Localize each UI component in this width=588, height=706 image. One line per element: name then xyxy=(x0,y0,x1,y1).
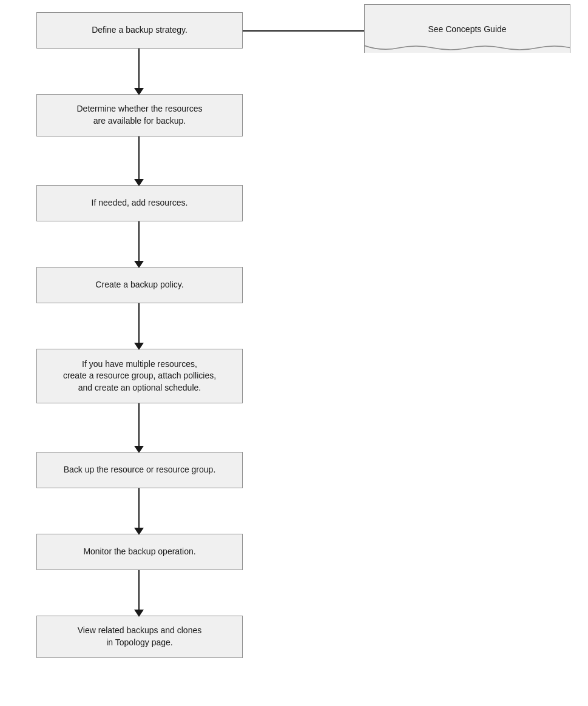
arrow-head-4 xyxy=(134,343,144,350)
arrow-head-1 xyxy=(134,88,144,95)
flow-box-1: Define a backup strategy. xyxy=(36,12,243,49)
arrow-line-7 xyxy=(138,570,140,610)
flow-box-7: Monitor the backup operation. xyxy=(36,534,243,570)
flow-box-3-label: If needed, add resources. xyxy=(92,197,188,209)
flow-box-2-label: Determine whether the resourcesare avail… xyxy=(77,103,203,127)
arrow-down-6 xyxy=(138,488,140,535)
arrow-down-4 xyxy=(138,303,140,350)
flow-box-6-label: Back up the resource or resource group. xyxy=(64,464,216,476)
arrow-line-3 xyxy=(138,221,140,261)
diagram-container: Define a backup strategy.Determine wheth… xyxy=(0,0,588,706)
flow-box-5: If you have multiple resources,create a … xyxy=(36,349,243,403)
arrow-down-7 xyxy=(138,570,140,617)
flow-box-4-label: Create a backup policy. xyxy=(95,279,183,291)
callout-shape: See Concepts Guide xyxy=(364,4,570,53)
flow-box-3: If needed, add resources. xyxy=(36,185,243,221)
arrow-line-1 xyxy=(138,49,140,88)
arrow-line-5 xyxy=(138,403,140,446)
callout-label: See Concepts Guide xyxy=(428,24,506,34)
wavy-border-svg xyxy=(364,43,570,53)
arrow-line-4 xyxy=(138,303,140,343)
flow-box-5-label: If you have multiple resources,create a … xyxy=(63,358,216,394)
arrow-down-2 xyxy=(138,136,140,186)
arrow-line-6 xyxy=(138,488,140,528)
arrow-down-3 xyxy=(138,221,140,268)
flow-box-1-label: Define a backup strategy. xyxy=(92,24,188,36)
arrow-line-2 xyxy=(138,136,140,179)
arrow-head-3 xyxy=(134,261,144,268)
flow-box-4: Create a backup policy. xyxy=(36,267,243,303)
arrow-head-5 xyxy=(134,446,144,453)
flow-box-8: View related backups and clonesin Topolo… xyxy=(36,616,243,658)
arrow-head-2 xyxy=(134,179,144,186)
arrow-head-6 xyxy=(134,528,144,535)
arrow-down-5 xyxy=(138,403,140,453)
horizontal-connector xyxy=(243,30,364,32)
flow-box-8-label: View related backups and clonesin Topolo… xyxy=(78,625,201,648)
flow-box-6: Back up the resource or resource group. xyxy=(36,452,243,488)
flow-box-2: Determine whether the resourcesare avail… xyxy=(36,94,243,136)
arrow-down-1 xyxy=(138,49,140,95)
arrow-head-7 xyxy=(134,610,144,617)
flow-box-7-label: Monitor the backup operation. xyxy=(83,546,195,558)
